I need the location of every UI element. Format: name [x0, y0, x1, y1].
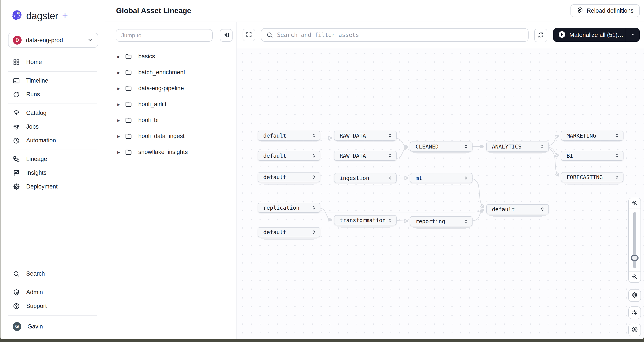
asset-group-node-default-1[interactable]: default	[258, 131, 320, 141]
caret-right-icon[interactable]: ▸	[117, 133, 125, 139]
lineage-edge-replication-to-default-4	[320, 210, 483, 212]
caret-right-icon[interactable]: ▸	[117, 101, 125, 107]
zoom-in-button[interactable]	[629, 198, 640, 209]
deployment-selector[interactable]: D data-eng-prod	[8, 33, 98, 48]
sidebar-item-deployment[interactable]: Deployment	[0, 180, 105, 193]
unfold-more-icon[interactable]	[386, 175, 394, 181]
asset-group-node-cleaned[interactable]: CLEANED	[410, 142, 472, 152]
sidebar-item-jobs[interactable]: Jobs	[0, 120, 105, 134]
fullscreen-button[interactable]	[242, 29, 255, 41]
tree-folder-hooli_bi[interactable]: ▸hooli_bi	[105, 112, 236, 128]
caret-right-icon[interactable]: ▸	[117, 85, 125, 92]
unfold-more-icon[interactable]	[386, 133, 394, 139]
sidebar-item-search[interactable]: Search	[0, 267, 105, 281]
graph-filters-button[interactable]	[628, 306, 641, 319]
gear-icon	[631, 291, 638, 299]
asset-group-node-transformation[interactable]: transformation	[334, 215, 396, 225]
unfold-more-icon[interactable]	[309, 133, 318, 139]
asset-group-node-analytics[interactable]: ANALYTICS	[486, 142, 549, 152]
unfold-more-icon[interactable]	[538, 206, 547, 212]
tree-folder-hooli_data_ingest[interactable]: ▸hooli_data_ingest	[105, 128, 236, 144]
unfold-more-icon[interactable]	[462, 175, 470, 181]
materialize-all-main[interactable]: Materialize all (51)…	[553, 28, 626, 42]
admin-icon	[13, 289, 20, 296]
folder-icon	[125, 53, 134, 60]
graph-settings-button[interactable]	[628, 289, 641, 302]
collapse-panel-button[interactable]	[220, 29, 232, 42]
unfold-more-icon[interactable]	[386, 153, 394, 159]
dagster-logo[interactable]: dagster +	[11, 10, 68, 22]
unfold-more-icon[interactable]	[538, 144, 547, 150]
reload-definitions-button[interactable]: Reload definitions	[570, 4, 640, 17]
sidebar-item-user[interactable]: GGavin	[0, 318, 105, 335]
caret-right-icon[interactable]: ▸	[117, 54, 125, 60]
sidebar-item-runs[interactable]: Runs	[0, 88, 105, 101]
asset-group-node-reporting[interactable]: reporting	[410, 216, 472, 226]
sidebar-item-catalog[interactable]: Catalog	[0, 106, 105, 120]
lineage-edge-raw_data-1-to-cleaned	[396, 138, 407, 147]
group-node-label: ingestion	[334, 175, 386, 181]
sidebar-item-admin[interactable]: Admin	[0, 285, 105, 299]
deployment-icon	[13, 183, 20, 190]
unfold-more-icon[interactable]	[612, 153, 621, 159]
refresh-button[interactable]	[534, 29, 547, 42]
sidebar-item-home[interactable]: Home	[0, 55, 105, 69]
sidebar-item-insights[interactable]: Insights	[0, 166, 105, 180]
unfold-more-icon[interactable]	[309, 153, 318, 159]
zoom-slider-thumb[interactable]	[631, 255, 638, 261]
lineage-edge-analytics-to-marketing	[549, 136, 558, 145]
unfold-more-icon[interactable]	[309, 174, 318, 180]
sidebar-item-support[interactable]: Support	[0, 299, 105, 313]
tree-folder-label: hooli_airlift	[138, 101, 166, 108]
zoom-out-button[interactable]	[629, 271, 640, 282]
zoom-slider[interactable]	[629, 209, 640, 271]
sidebar-item-lineage[interactable]: Lineage	[0, 152, 105, 166]
materialize-dropdown-button[interactable]	[626, 28, 640, 42]
unfold-more-icon[interactable]	[612, 174, 621, 180]
sidebar-item-label: Catalog	[26, 110, 46, 116]
lineage-edge-raw_data-2-to-cleaned	[396, 147, 407, 158]
group-node-label: reporting	[410, 218, 462, 224]
unfold-more-icon[interactable]	[462, 144, 470, 150]
group-node-label: RAW_DATA	[334, 153, 386, 159]
materialize-all-button[interactable]: Materialize all (51)…	[553, 28, 640, 42]
asset-group-node-default-2[interactable]: default	[258, 151, 320, 161]
asset-group-node-default-4[interactable]: default	[486, 204, 549, 214]
zoom-control-group	[628, 198, 641, 283]
asset-group-node-raw_data-1[interactable]: RAW_DATA	[334, 131, 396, 141]
asset-group-node-marketing[interactable]: MARKETING	[561, 131, 624, 141]
asset-search-input[interactable]	[261, 28, 528, 42]
chevron-down-icon	[87, 37, 93, 44]
lineage-toolbar: Materialize all (51)…	[105, 22, 644, 48]
asset-group-node-default-5[interactable]: default	[258, 227, 320, 237]
fullscreen-icon	[246, 31, 252, 39]
tree-folder-basics[interactable]: ▸basics	[105, 49, 236, 65]
jump-to-input[interactable]	[116, 29, 213, 42]
unfold-more-icon[interactable]	[309, 229, 318, 235]
asset-group-node-forecasting[interactable]: FORECASTING	[561, 172, 624, 182]
sidebar-item-timeline[interactable]: Timeline	[0, 74, 105, 88]
panel-collapse-icon	[223, 32, 230, 39]
sidebar-item-automation[interactable]: Automation	[0, 134, 105, 147]
unfold-more-icon[interactable]	[612, 133, 621, 139]
caret-right-icon[interactable]: ▸	[117, 117, 125, 123]
asset-group-node-ml[interactable]: ml	[410, 173, 472, 183]
caret-right-icon[interactable]: ▸	[117, 149, 125, 155]
download-graph-button[interactable]	[628, 324, 641, 336]
asset-group-node-bi[interactable]: BI	[561, 151, 624, 161]
tree-folder-label: basics	[138, 53, 155, 60]
asset-group-node-default-3[interactable]: default	[258, 172, 320, 182]
unfold-more-icon[interactable]	[309, 205, 318, 211]
asset-group-node-raw_data-2[interactable]: RAW_DATA	[334, 151, 396, 161]
unfold-more-icon[interactable]	[386, 217, 394, 223]
tree-folder-hooli_airlift[interactable]: ▸hooli_airlift	[105, 96, 236, 112]
tree-folder-batch_enrichment[interactable]: ▸batch_enrichment	[105, 65, 236, 80]
tree-folder-snowflake_insights[interactable]: ▸snowflake_insights	[105, 144, 236, 160]
asset-group-node-replication[interactable]: replication	[258, 203, 320, 213]
asset-group-node-ingestion[interactable]: ingestion	[334, 173, 396, 183]
tree-folder-data-eng-pipeline[interactable]: ▸data-eng-pipeline	[105, 80, 236, 96]
unfold-more-icon[interactable]	[462, 218, 470, 224]
group-node-label: MARKETING	[561, 133, 612, 139]
group-node-label: default	[258, 229, 309, 235]
caret-right-icon[interactable]: ▸	[117, 70, 125, 76]
